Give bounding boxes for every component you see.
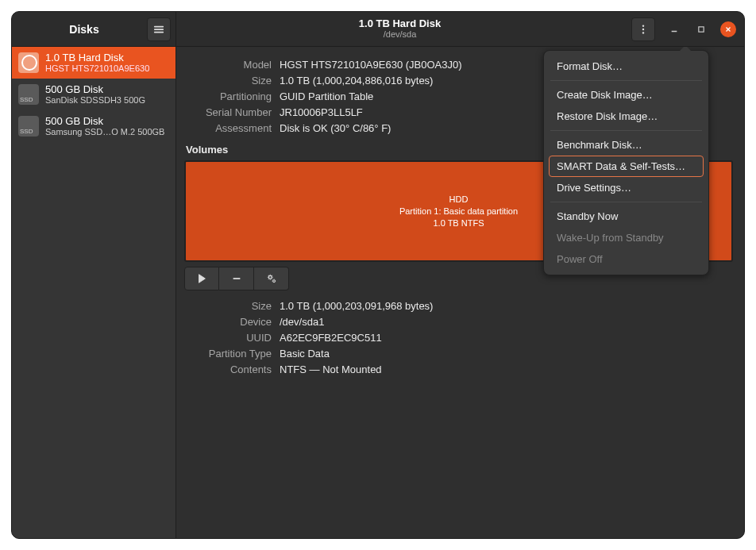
maximize-icon bbox=[697, 25, 705, 33]
close-icon bbox=[724, 25, 732, 33]
hdd-icon bbox=[18, 52, 39, 73]
menu-create-disk-image[interactable]: Create Disk Image… bbox=[549, 84, 704, 106]
kv-vol-size: Size1.0 TB (1,000,203,091,968 bytes) bbox=[184, 300, 733, 312]
menu-separator bbox=[550, 130, 702, 131]
disk-item-text: 500 GB Disk Samsung SSD…O M.2 500GB bbox=[45, 115, 164, 137]
mount-button[interactable] bbox=[184, 267, 219, 290]
disk-item-sub: HGST HTS721010A9E630 bbox=[45, 63, 149, 74]
gears-icon bbox=[266, 273, 277, 284]
header-center: 1.0 TB Hard Disk /dev/sda bbox=[176, 12, 623, 46]
app-window: Disks 1.0 TB Hard Disk /dev/sda bbox=[11, 11, 745, 539]
kv-vol-device: Device/dev/sda1 bbox=[184, 316, 733, 328]
svg-point-1 bbox=[642, 28, 644, 29]
volume-size: 1.0 TB NTFS bbox=[399, 217, 518, 229]
delete-partition-button[interactable] bbox=[219, 267, 254, 290]
svg-point-5 bbox=[272, 280, 275, 283]
disk-item-sub: SanDisk SDSSDH3 500G bbox=[45, 95, 145, 106]
disk-item-sub: Samsung SSD…O M.2 500GB bbox=[45, 127, 164, 137]
window-body: 1.0 TB Hard Disk HGST HTS721010A9E630 SS… bbox=[12, 47, 744, 538]
volume-options-button[interactable] bbox=[254, 267, 289, 290]
menu-standby-now[interactable]: Standby Now bbox=[549, 206, 704, 227]
volume-desc: Partition 1: Basic data partition bbox=[399, 206, 518, 217]
disk-item-name: 500 GB Disk bbox=[45, 115, 164, 127]
menu-power-off: Power Off bbox=[549, 248, 704, 270]
disk-list: 1.0 TB Hard Disk HGST HTS721010A9E630 SS… bbox=[12, 47, 176, 538]
volume-title: HDD bbox=[399, 194, 518, 206]
svg-point-0 bbox=[642, 25, 644, 26]
kv-vol-ptype: Partition TypeBasic Data bbox=[184, 348, 733, 360]
page-title: 1.0 TB Hard Disk bbox=[359, 18, 441, 29]
disk-item-2[interactable]: SSD 500 GB Disk Samsung SSD…O M.2 500GB bbox=[12, 110, 176, 142]
menu-drive-settings[interactable]: Drive Settings… bbox=[549, 177, 704, 198]
header-controls bbox=[623, 12, 744, 46]
hamburger-icon bbox=[153, 24, 164, 35]
menu-separator bbox=[550, 80, 702, 81]
disk-item-0[interactable]: 1.0 TB Hard Disk HGST HTS721010A9E630 bbox=[12, 47, 176, 79]
disk-item-name: 500 GB Disk bbox=[45, 83, 145, 95]
ssd-icon: SSD bbox=[18, 116, 39, 137]
menu-restore-disk-image[interactable]: Restore Disk Image… bbox=[549, 106, 704, 127]
play-icon bbox=[196, 273, 207, 284]
volume-details: Size1.0 TB (1,000,203,091,968 bytes) Dev… bbox=[184, 300, 733, 375]
disk-item-text: 1.0 TB Hard Disk HGST HTS721010A9E630 bbox=[45, 52, 149, 74]
kebab-icon bbox=[638, 24, 649, 35]
minimize-button[interactable] bbox=[666, 21, 682, 37]
svg-rect-3 bbox=[699, 26, 704, 31]
menu-benchmark-disk[interactable]: Benchmark Disk… bbox=[549, 134, 704, 156]
svg-point-2 bbox=[642, 32, 644, 33]
ssd-icon: SSD bbox=[18, 84, 39, 105]
menu-smart-data[interactable]: SMART Data & Self-Tests… bbox=[549, 156, 704, 177]
disk-item-name: 1.0 TB Hard Disk bbox=[45, 52, 149, 63]
detail-pane: ModelHGST HTS721010A9E630 (JB0OA3J0) Siz… bbox=[176, 47, 744, 538]
app-title: Disks bbox=[21, 23, 147, 36]
menu-format-disk[interactable]: Format Disk… bbox=[549, 56, 704, 77]
close-button[interactable] bbox=[720, 21, 736, 37]
menu-separator bbox=[550, 202, 702, 202]
header-left: Disks bbox=[12, 12, 176, 46]
volume-partition: HDD Partition 1: Basic data partition 1.… bbox=[399, 194, 518, 229]
svg-point-4 bbox=[268, 275, 272, 279]
kv-vol-contents: ContentsNTFS — Not Mounted bbox=[184, 363, 733, 375]
menu-wakeup-standby: Wake-Up from Standby bbox=[549, 227, 704, 248]
header-bar: Disks 1.0 TB Hard Disk /dev/sda bbox=[12, 12, 744, 47]
app-menu-button[interactable] bbox=[147, 17, 171, 41]
disk-item-1[interactable]: SSD 500 GB Disk SanDisk SDSSDH3 500G bbox=[12, 79, 176, 110]
kv-vol-uuid: UUIDA62EC9FB2EC9C511 bbox=[184, 332, 733, 344]
drive-options-button[interactable] bbox=[631, 17, 655, 41]
drive-menu: Format Disk… Create Disk Image… Restore … bbox=[543, 50, 709, 275]
disk-item-text: 500 GB Disk SanDisk SDSSDH3 500G bbox=[45, 83, 145, 106]
minimize-icon bbox=[670, 25, 678, 33]
maximize-button[interactable] bbox=[693, 21, 709, 37]
minus-icon bbox=[231, 273, 242, 284]
page-subtitle: /dev/sda bbox=[384, 29, 417, 40]
